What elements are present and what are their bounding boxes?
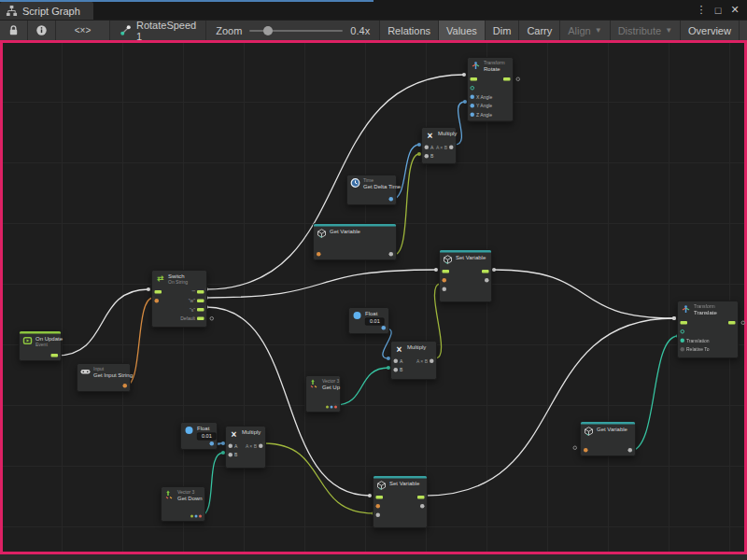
dropdown-caret-icon: ▼ [595, 26, 602, 35]
node-vector3-get-up[interactable]: Vector 3Get Up [305, 375, 341, 413]
port[interactable] [197, 317, 204, 321]
graph-canvas[interactable]: On UpdateEventInputGet Input String⇄Swit… [0, 40, 747, 554]
port[interactable] [382, 326, 387, 330]
node-get-variable-right[interactable]: Get Variable [580, 421, 636, 456]
port[interactable] [197, 308, 204, 312]
script-graph-icon [6, 5, 18, 17]
port[interactable] [741, 321, 746, 326]
view-button-dim[interactable]: Dim [486, 21, 520, 40]
node-vector3-get-down[interactable]: Vector 3Get Down [161, 486, 205, 522]
view-button-distribute[interactable]: Distribute▼ [611, 21, 681, 40]
port[interactable] [443, 278, 447, 283]
port[interactable] [331, 406, 333, 409]
port[interactable] [503, 77, 511, 81]
port[interactable] [681, 329, 685, 334]
tab-script-graph[interactable]: Script Graph [0, 2, 93, 20]
node-value-box[interactable]: 0.01 [365, 318, 385, 326]
view-button-overview[interactable]: Overview [681, 21, 740, 40]
port[interactable] [190, 515, 193, 518]
view-button-align[interactable]: Align▼ [560, 21, 610, 40]
window-maximize-button[interactable]: □ [712, 5, 725, 16]
port[interactable] [425, 154, 430, 159]
node-get-delta-time[interactable]: TimeGet Delta Time [346, 175, 397, 205]
port[interactable] [210, 441, 215, 446]
port[interactable] [449, 146, 454, 150]
port[interactable] [389, 197, 394, 202]
port[interactable] [376, 504, 381, 509]
port[interactable] [420, 504, 425, 509]
node-multiply-top[interactable]: ×MultiplyAA × BB [421, 127, 457, 164]
window-menu-button[interactable]: ⋮ [695, 4, 708, 16]
port[interactable] [417, 496, 425, 499]
node-title: Get Input String [93, 372, 133, 379]
port[interactable] [259, 444, 263, 449]
port[interactable] [573, 446, 578, 451]
port[interactable] [334, 406, 337, 409]
zoom-slider-knob[interactable] [263, 26, 273, 35]
port[interactable] [482, 270, 489, 273]
port[interactable] [728, 321, 736, 325]
port[interactable] [681, 339, 685, 343]
multiply-icon: × [394, 344, 404, 355]
port[interactable] [430, 359, 434, 364]
node-set-variable-bottom[interactable]: Set Variable [373, 475, 428, 528]
port[interactable] [197, 290, 204, 294]
view-button-relations[interactable]: Relations [380, 21, 439, 40]
port[interactable] [317, 252, 321, 257]
node-value-box[interactable]: 0.01 [197, 433, 217, 441]
port[interactable] [376, 513, 381, 518]
port-label: B [400, 368, 402, 373]
view-button-values[interactable]: Values [439, 21, 486, 40]
port[interactable] [471, 113, 475, 118]
info-button[interactable] [28, 21, 56, 40]
node-multiply-mid[interactable]: ×MultiplyAA × BB [390, 341, 437, 380]
port[interactable] [123, 384, 128, 388]
port[interactable] [584, 448, 588, 453]
port[interactable] [51, 354, 59, 357]
node-on-update[interactable]: On UpdateEvent [19, 330, 62, 361]
node-float-bottom[interactable]: Float0.01 [180, 422, 218, 450]
node-set-variable-mid[interactable]: Set Variable [439, 249, 492, 302]
port[interactable] [425, 146, 430, 150]
port[interactable] [471, 77, 478, 81]
port[interactable] [197, 300, 204, 303]
port-label: A × B [246, 443, 257, 449]
port[interactable] [394, 359, 399, 364]
port[interactable] [326, 406, 329, 409]
port[interactable] [155, 290, 162, 294]
node-multiply-bottom[interactable]: ×MultiplyAA × BB [225, 426, 266, 469]
view-button-carry[interactable]: Carry [519, 21, 560, 40]
port[interactable] [229, 453, 233, 457]
lock-button[interactable] [0, 21, 28, 40]
port[interactable] [389, 252, 394, 257]
port[interactable] [681, 347, 685, 352]
window-controls: ⋮ □ ✕ [695, 0, 747, 20]
port[interactable] [471, 95, 475, 100]
port[interactable] [394, 368, 399, 372]
code-button[interactable]: <×> [56, 21, 110, 40]
port[interactable] [155, 299, 160, 303]
view-button-full-screen[interactable]: Full Screen [740, 21, 747, 40]
port[interactable] [443, 270, 450, 273]
port[interactable] [485, 278, 489, 283]
node-transform-translate[interactable]: TransformTranslateTranslationRelative To [677, 301, 739, 358]
node-get-variable-top[interactable]: Get Variable [313, 223, 397, 260]
node-title: Get Down [177, 496, 203, 502]
port[interactable] [229, 444, 233, 449]
node-float-top[interactable]: Float0.01 [348, 307, 389, 334]
node-switch-on-string[interactable]: ⇄SwitchOn String"""w""s"Default [151, 270, 207, 328]
zoom-slider[interactable] [249, 26, 343, 35]
port[interactable] [195, 515, 198, 518]
node-color-bar [581, 422, 635, 425]
window-close-button[interactable]: ✕ [728, 4, 741, 16]
port[interactable] [471, 104, 475, 108]
node-get-input-string[interactable]: InputGet Input String [77, 363, 131, 392]
graph-name-badge[interactable]: RotateSpeed 1 [110, 21, 206, 40]
port[interactable] [681, 321, 688, 325]
port[interactable] [471, 86, 475, 91]
port[interactable] [443, 287, 447, 292]
port[interactable] [199, 515, 202, 518]
node-transform-rotate[interactable]: TransformRotateX AngleY AngleZ Angle [467, 57, 514, 122]
port[interactable] [628, 448, 633, 453]
port[interactable] [376, 496, 384, 499]
